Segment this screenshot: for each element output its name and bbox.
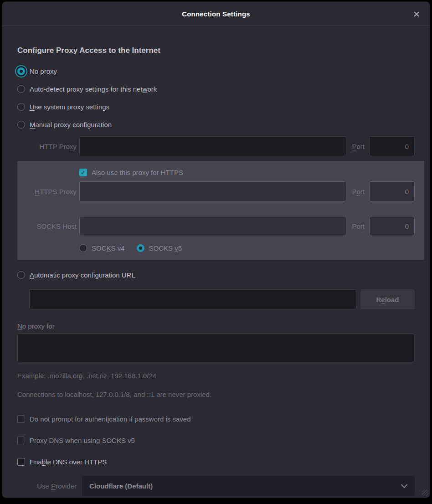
dialog-title: Connection Settings	[182, 10, 250, 18]
http-port-label: Port	[352, 143, 365, 150]
http-proxy-row: HTTP Proxy Port	[17, 136, 415, 156]
radio-button-icon[interactable]	[17, 103, 25, 111]
radio-system-proxy[interactable]: Use system proxy settings	[17, 98, 415, 116]
checkbox-no-prompt-row[interactable]: Do not prompt for authentication if pass…	[17, 415, 415, 423]
https-port-label: Port	[352, 188, 365, 195]
use-provider-label: Use Provider	[17, 482, 77, 490]
checkbox-icon[interactable]	[17, 458, 25, 466]
http-proxy-input[interactable]	[79, 136, 346, 156]
checkbox-icon[interactable]	[17, 415, 25, 423]
localhost-note-text: Connections to localhost, 127.0.0.1/8, a…	[17, 391, 415, 398]
chevron-down-icon	[402, 483, 406, 487]
close-icon[interactable]: ✕	[410, 7, 423, 21]
checkbox-proxy-dns-row[interactable]: Proxy DNS when using SOCKS v5	[17, 437, 415, 444]
checkbox-no-prompt-label: Do not prompt for authentication if pass…	[30, 415, 191, 423]
https-proxy-row: HTTPS Proxy Port	[17, 181, 415, 201]
socks-port-label: Port	[352, 222, 365, 230]
no-proxy-for-label: No proxy for	[17, 322, 415, 330]
provider-dropdown[interactable]: Cloudflare (Default)	[82, 476, 415, 496]
socks-host-input[interactable]	[79, 216, 346, 236]
checkbox-proxy-dns-label: Proxy DNS when using SOCKS v5	[30, 437, 135, 444]
radio-socks-v5[interactable]: SOCKS v5	[137, 242, 182, 253]
radio-manual-proxy-label: Manual proxy configuration	[30, 121, 112, 129]
page-title: Configure Proxy Access to the Internet	[17, 46, 415, 55]
radio-no-proxy-label: No proxy	[30, 67, 57, 75]
also-https-label: Also use this proxy for HTTPS	[92, 169, 183, 176]
radio-socks-v5-label: SOCKS v5	[149, 244, 182, 252]
provider-dropdown-value: Cloudflare (Default)	[89, 482, 153, 490]
checkbox-checked-icon[interactable]: ✓	[79, 169, 87, 176]
checkbox-doh-label: Enable DNS over HTTPS	[30, 458, 107, 466]
radio-no-proxy[interactable]: No proxy	[17, 62, 415, 80]
socks-port-input[interactable]	[369, 216, 415, 236]
no-proxy-example-text: Example: .mozilla.org, .net.nz, 192.168.…	[17, 372, 415, 380]
https-proxy-label: HTTPS Proxy	[17, 188, 77, 195]
doh-provider-row: Use Provider Cloudflare (Default)	[17, 476, 415, 496]
socks-host-row: SOCKS Host Port	[17, 216, 415, 236]
also-https-checkbox-row[interactable]: ✓ Also use this proxy for HTTPS	[79, 165, 415, 181]
no-proxy-for-textarea[interactable]	[17, 334, 415, 362]
manual-proxy-subsection: ✓ Also use this proxy for HTTPS HTTPS Pr…	[17, 161, 424, 260]
https-proxy-input[interactable]	[79, 181, 346, 201]
radio-auto-detect-label: Auto-detect proxy settings for this netw…	[30, 85, 157, 93]
reload-button[interactable]: Reload	[360, 289, 415, 309]
http-proxy-label: HTTP Proxy	[17, 143, 77, 150]
radio-button-icon[interactable]	[79, 244, 87, 252]
http-port-input[interactable]	[369, 136, 415, 156]
radio-button-icon[interactable]	[17, 85, 25, 93]
auto-config-url-input[interactable]	[29, 289, 356, 309]
resize-grip[interactable]	[422, 490, 428, 496]
radio-socks-v4-label: SOCKS v4	[92, 244, 125, 252]
connection-settings-dialog: Connection Settings ✕ Configure Proxy Ac…	[2, 2, 430, 498]
dialog-titlebar: Connection Settings ✕	[2, 2, 430, 26]
radio-system-proxy-label: Use system proxy settings	[30, 103, 109, 111]
radio-button-icon[interactable]	[17, 121, 25, 129]
radio-button-icon[interactable]	[137, 244, 144, 252]
proxy-mode-radiogroup: No proxy Auto-detect proxy settings for …	[17, 62, 415, 134]
radio-auto-config-url-label: Automatic proxy configuration URL	[30, 271, 135, 279]
radio-manual-proxy[interactable]: Manual proxy configuration	[17, 116, 415, 134]
dialog-content: Configure Proxy Access to the Internet N…	[2, 26, 430, 498]
radio-button-icon[interactable]	[17, 67, 25, 75]
radio-auto-config-url[interactable]: Automatic proxy configuration URL	[17, 266, 415, 284]
radio-button-icon[interactable]	[17, 271, 25, 279]
radio-socks-v4[interactable]: SOCKS v4	[79, 242, 125, 253]
socks-host-label: SOCKS Host	[17, 222, 77, 230]
checkbox-doh-row[interactable]: Enable DNS over HTTPS	[17, 458, 415, 466]
https-port-input[interactable]	[369, 181, 415, 201]
checkbox-icon[interactable]	[17, 437, 25, 444]
auto-config-url-row: Reload	[29, 289, 415, 309]
radio-auto-detect[interactable]: Auto-detect proxy settings for this netw…	[17, 80, 415, 98]
socks-version-radiogroup: SOCKS v4 SOCKS v5	[79, 242, 415, 253]
